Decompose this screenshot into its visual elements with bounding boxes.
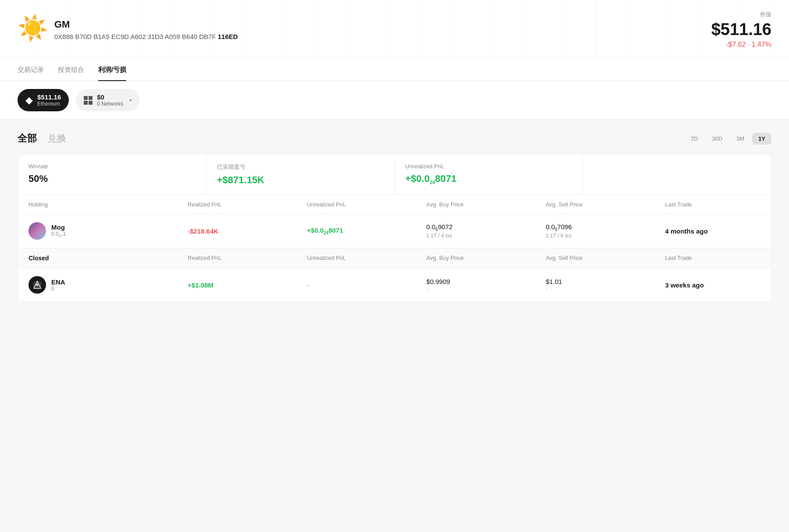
mog-last-trade: 4 months ago (665, 227, 761, 235)
section-title-all[interactable]: 全部 (18, 132, 37, 145)
ena-avg-buy: $0.9909 - (426, 278, 546, 292)
header-right: 价值 $511.16 -$7.62 · 1.47% (711, 11, 771, 49)
stat-unrealized-pnl: Unrealized PnL +$0.0248071 (395, 154, 583, 195)
stat-winrate: Winrate 50% (18, 154, 206, 195)
section-header: 全部 兑换 7D 30D 3M 1Y (18, 132, 771, 145)
ena-avatar (28, 276, 46, 294)
ena-name: ENA (51, 278, 65, 286)
wallet-title: GM (54, 19, 238, 30)
ethereum-pill[interactable]: ◆ $511.16 Ethereum (18, 89, 69, 111)
realized-pnl-value: +$871.15K (217, 174, 384, 186)
token-cell-mog: Mog 0.0171 (28, 222, 188, 240)
header-info: GM 0X886 B70D B1A5 EC9D A602 31D3 A059 B… (54, 19, 238, 40)
ena-icon (32, 280, 42, 290)
ena-unrealized: - (307, 281, 426, 289)
mog-unrealized: +$0.0248071 (307, 227, 426, 235)
ena-sub: 0 (51, 286, 65, 292)
address-middle: B70D B1A5 EC9D A602 31D3 A059 B640 DB7F (75, 33, 218, 40)
filter-1y[interactable]: 1Y (752, 133, 771, 145)
tab-pnl[interactable]: 利润/亏损 (98, 58, 126, 81)
tabs-bar: 交易记录 投资组合 利润/亏损 (0, 58, 789, 81)
col-closed-realized: Realized PnL (188, 255, 307, 262)
mog-avatar (28, 222, 46, 240)
other-pill-info: $0 0 Networks (97, 93, 123, 107)
mog-sub: 0.0171 (51, 231, 66, 238)
col-unrealized-pnl: Unrealized PnL (307, 201, 426, 208)
other-value: $0 (97, 93, 123, 101)
col-realized-pnl: Realized PnL (188, 201, 307, 208)
section-title-group: 全部 兑换 (18, 132, 67, 145)
col-closed-unrealized: Unrealized PnL (307, 255, 426, 262)
table-row: Mog 0.0171 -$218.64K +$0.0248071 0.06907… (18, 214, 771, 248)
winrate-label: Winrate (28, 163, 195, 170)
ethereum-icon: ◆ (25, 95, 33, 106)
winrate-value: 50% (28, 173, 195, 184)
ena-realized: +$1.08M (188, 281, 307, 289)
col-closed-last-trade: Last Trade (665, 255, 761, 262)
stat-realized-pnl: 已实现盈亏 +$871.15K (206, 154, 395, 195)
chevron-down-icon: ▾ (129, 97, 132, 103)
mog-name: Mog (51, 223, 66, 231)
token-cell-ena: ENA 0 (28, 276, 188, 294)
svg-point-1 (36, 284, 39, 286)
tab-transactions[interactable]: 交易记录 (18, 58, 44, 81)
unrealized-pnl-value: +$0.0248071 (405, 173, 572, 185)
mog-avg-sell: 0.067096 1.1T / 6 txs (546, 223, 665, 239)
col-avg-buy: Avg. Buy Price (426, 201, 546, 208)
closed-table-header: Closed Realized PnL Unrealized PnL Avg. … (18, 248, 771, 268)
value-change: -$7.62 · 1.47% (711, 41, 771, 49)
address-bold: 116ED (218, 33, 238, 40)
ethereum-pill-info: $511.16 Ethereum (37, 93, 61, 107)
col-closed: Closed (28, 255, 188, 262)
col-closed-avg-sell: Avg. Sell Price (546, 255, 665, 262)
time-filters: 7D 30D 3M 1Y (685, 133, 771, 145)
mog-info: Mog 0.0171 (51, 223, 66, 238)
col-closed-avg-buy: Avg. Buy Price (426, 255, 546, 262)
filter-3m[interactable]: 3M (730, 133, 750, 145)
col-holding: Holding (28, 201, 188, 208)
section-title-exchange[interactable]: 兑换 (47, 132, 67, 145)
stat-empty (583, 154, 771, 195)
col-avg-sell: Avg. Sell Price (546, 201, 665, 208)
sun-emoji-icon: ☀️ (18, 16, 46, 44)
other-label: 0 Networks (97, 101, 123, 107)
value-amount: $511.16 (711, 20, 771, 39)
realized-pnl-label: 已实现盈亏 (217, 163, 384, 171)
tab-portfolio[interactable]: 投资组合 (58, 58, 84, 81)
wallet-address: 0X886 B70D B1A5 EC9D A602 31D3 A059 B640… (54, 33, 238, 40)
holdings-table: Holding Realized PnL Unrealized PnL Avg.… (18, 195, 771, 302)
grid-icon (84, 96, 92, 105)
network-row: ◆ $511.16 Ethereum $0 0 Networks ▾ (0, 81, 789, 120)
ethereum-value: $511.16 (37, 93, 61, 101)
stats-row: Winrate 50% 已实现盈亏 +$871.15K Unrealized P… (18, 154, 771, 195)
page-header: ☀️ GM 0X886 B70D B1A5 EC9D A602 31D3 A05… (0, 0, 789, 58)
mog-realized: -$218.64K (188, 227, 307, 235)
table-row: ENA 0 +$1.08M - $0.9909 - $1.01 - 3 week… (18, 268, 771, 301)
main-content: 全部 兑换 7D 30D 3M 1Y Winrate 50% 已实现盈亏 +$8… (0, 120, 789, 302)
other-networks-pill[interactable]: $0 0 Networks ▾ (76, 89, 140, 111)
ena-info: ENA 0 (51, 278, 65, 292)
value-label: 价值 (711, 11, 771, 18)
ena-avg-sell: $1.01 - (546, 278, 665, 292)
filter-30d[interactable]: 30D (706, 133, 729, 145)
holding-table-header: Holding Realized PnL Unrealized PnL Avg.… (18, 195, 771, 214)
ethereum-label: Ethereum (37, 101, 61, 107)
header-left: ☀️ GM 0X886 B70D B1A5 EC9D A602 31D3 A05… (18, 16, 238, 44)
address-prefix: 0X886 (54, 33, 73, 40)
mog-avg-buy: 0.069072 1.1T / 4 txs (426, 223, 546, 239)
col-last-trade: Last Trade (665, 201, 761, 208)
ena-last-trade: 3 weeks ago (665, 281, 761, 289)
filter-7d[interactable]: 7D (685, 133, 704, 145)
unrealized-pnl-label: Unrealized PnL (405, 163, 572, 170)
